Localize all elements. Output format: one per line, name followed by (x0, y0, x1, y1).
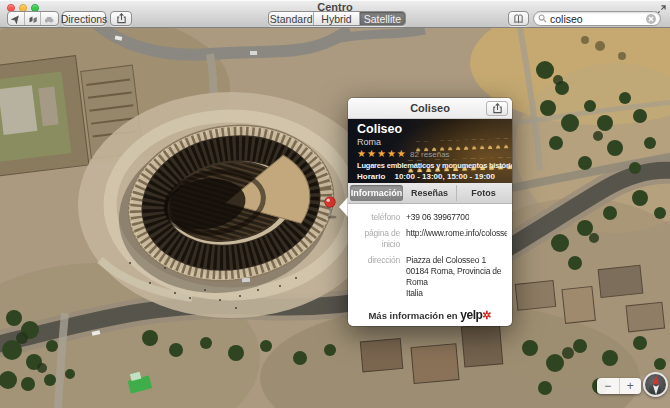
map-pin[interactable] (321, 194, 339, 226)
address-label: dirección (352, 255, 406, 299)
callout-arrow (339, 197, 348, 217)
share-icon (116, 13, 127, 24)
3d-view-button[interactable] (25, 12, 42, 25)
address-line: 00184 Roma, Provincia de Roma (406, 266, 507, 288)
callout-actions: Añadir a favoritos Cómo llegar Añadir a … (348, 322, 512, 326)
book-icon (513, 13, 524, 24)
review-count[interactable]: 82 reseñas (410, 150, 450, 159)
maps-window: Coliseo Coliseo Roma ★★★★★ 82 (0, 0, 670, 408)
address-line: Piazza del Colosseo 1 (406, 255, 507, 266)
magnifier-icon (538, 14, 547, 23)
yelp-attribution[interactable]: Más información en yelp✲ (348, 301, 512, 322)
segment-hybrid[interactable]: Hybrid (314, 12, 359, 25)
directions-button[interactable]: Directions (62, 11, 106, 26)
tab-resenas[interactable]: Reseñas (403, 185, 457, 201)
segment-satellite[interactable]: Satellite (360, 12, 405, 25)
tab-fotos[interactable]: Fotos (457, 185, 510, 201)
yelp-burst-icon: ✲ (482, 309, 491, 321)
traffic-button[interactable] (41, 12, 58, 25)
compass[interactable] (643, 372, 668, 397)
callout-header: Coliseo (348, 98, 512, 119)
yelp-prefix: Más información en (368, 310, 457, 321)
clear-search-icon[interactable] (646, 14, 656, 24)
location-arrow-icon (11, 14, 21, 24)
tab-informacion[interactable]: Información (350, 185, 403, 201)
segment-standard[interactable]: Standard (269, 12, 314, 25)
rating-stars: ★★★★★ (357, 148, 407, 159)
compass-needle-icon (648, 375, 664, 395)
address-line: Italia (406, 288, 507, 299)
zoom-out-button[interactable]: − (597, 378, 620, 394)
place-hours: Horario10:00 - 13:00, 15:00 - 19:00 (357, 172, 495, 181)
search-input[interactable] (547, 13, 646, 25)
place-city: Roma (357, 137, 381, 147)
toolbar-share-button[interactable] (110, 11, 132, 26)
bookmarks-button[interactable] (508, 11, 529, 26)
search-field (533, 11, 661, 26)
homepage-row: página de inicio http://www.rome.info/co… (348, 225, 512, 252)
info-panel: teléfono +39 06 39967700 página de inici… (348, 204, 512, 301)
place-name: Coliseo (357, 122, 402, 136)
yelp-logo: yelp (460, 308, 482, 322)
address-row: dirección Piazza del Colosseo 1 00184 Ro… (348, 252, 512, 301)
zoom-control: − + (597, 378, 641, 394)
callout-tabs: Información Reseñas Fotos (348, 183, 512, 204)
place-callout: Coliseo Coliseo Roma ★★★★★ 82 (339, 98, 512, 326)
homepage-label: página de inicio (352, 228, 406, 250)
share-icon (492, 103, 503, 114)
callout-share-button[interactable] (486, 101, 508, 116)
phone-value: +39 06 39967700 (406, 212, 469, 223)
traffic-car-icon (44, 14, 55, 24)
current-location-button[interactable] (8, 12, 25, 25)
3d-buildings-icon (28, 14, 38, 24)
zoom-in-button[interactable]: + (620, 378, 642, 394)
hours-label: Horario (357, 172, 385, 181)
place-photo: Coliseo Roma ★★★★★ 82 reseñas Lugares em… (348, 119, 512, 183)
phone-row: teléfono +39 06 39967700 (348, 209, 512, 225)
mode-segmented-control (7, 11, 59, 26)
address-value: Piazza del Colosseo 1 00184 Roma, Provin… (406, 255, 507, 299)
toolbar: Centro Directions (0, 0, 670, 28)
hours-value: 10:00 - 13:00, 15:00 - 19:00 (394, 172, 495, 181)
homepage-value[interactable]: http://www.rome.info/colosseum/ (406, 228, 507, 250)
phone-label: teléfono (352, 212, 406, 223)
map-type-segmented-control: Standard Hybrid Satellite (268, 11, 406, 26)
place-category: Lugares emblemáticos y monumentos histór… (357, 161, 512, 170)
